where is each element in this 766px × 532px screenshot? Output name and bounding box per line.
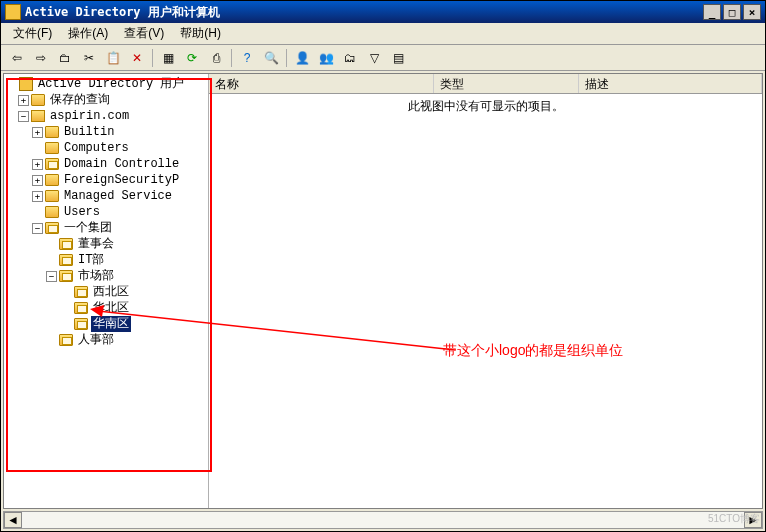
column-desc[interactable]: 描述 <box>579 74 762 93</box>
ad-root-icon <box>19 77 33 91</box>
toolbar-sep <box>286 49 287 67</box>
tree-group1[interactable]: − 一个集团 <box>6 220 206 236</box>
expander-icon[interactable]: + <box>32 127 43 138</box>
column-type[interactable]: 类型 <box>434 74 579 93</box>
expander-icon[interactable]: + <box>18 95 29 106</box>
tree-foreign-sp[interactable]: + ForeignSecurityP <box>6 172 206 188</box>
menu-view[interactable]: 查看(V) <box>116 23 172 44</box>
folder-icon <box>31 94 45 106</box>
tree-hr-dept[interactable]: 人事部 <box>6 332 206 348</box>
tree-domain-controllers[interactable]: + Domain Controlle <box>6 156 206 172</box>
expander-none <box>32 143 43 154</box>
app-icon <box>5 4 21 20</box>
list-header: 名称 类型 描述 <box>209 74 762 94</box>
expander-icon[interactable]: + <box>32 159 43 170</box>
tree-north[interactable]: 华北区 <box>6 300 206 316</box>
content-area: Active Directory 用户 + 保存的查询 − aspirin.co… <box>3 73 763 509</box>
folder-icon <box>45 206 59 218</box>
view-icon[interactable]: ▤ <box>387 47 409 69</box>
node-label: 保存的查询 <box>48 92 112 108</box>
expander-icon[interactable]: + <box>32 175 43 186</box>
toolbar: ⇦ ⇨ 🗀 ✂ 📋 ✕ ▦ ⟳ ⎙ ? 🔍 👤 👥 🗂 ▽ ▤ <box>1 45 765 71</box>
tree-computers[interactable]: Computers <box>6 140 206 156</box>
ou-icon <box>59 334 73 346</box>
tree-pane: Active Directory 用户 + 保存的查询 − aspirin.co… <box>4 74 209 508</box>
ou-icon <box>59 270 73 282</box>
tree-root[interactable]: Active Directory 用户 <box>6 76 206 92</box>
toolbar-sep <box>152 49 153 67</box>
close-button[interactable]: × <box>743 4 761 20</box>
expander-icon[interactable]: − <box>32 223 43 234</box>
scroll-track[interactable] <box>22 512 744 528</box>
expander-none <box>46 239 57 250</box>
folder-icon <box>45 126 59 138</box>
minimize-button[interactable]: _ <box>703 4 721 20</box>
tree-market-dept[interactable]: − 市场部 <box>6 268 206 284</box>
tree-users[interactable]: Users <box>6 204 206 220</box>
add-group-icon[interactable]: 👥 <box>315 47 337 69</box>
ou-icon <box>74 318 88 330</box>
find-icon[interactable]: 🔍 <box>260 47 282 69</box>
expander-icon[interactable]: − <box>46 271 57 282</box>
node-label: 董事会 <box>76 236 116 252</box>
tree-managed-svc[interactable]: + Managed Service <box>6 188 206 204</box>
help-icon[interactable]: ? <box>236 47 258 69</box>
watermark: 51CTO博客 <box>708 512 760 526</box>
list-body: 此视图中没有可显示的项目。 <box>209 94 762 508</box>
cut-icon[interactable]: ✂ <box>78 47 100 69</box>
add-user-icon[interactable]: 👤 <box>291 47 313 69</box>
node-label: aspirin.com <box>48 108 131 124</box>
copy-icon[interactable]: 📋 <box>102 47 124 69</box>
toolbar-sep <box>231 49 232 67</box>
ou-icon <box>45 158 59 170</box>
tree-nw[interactable]: 西北区 <box>6 284 206 300</box>
add-ou-icon[interactable]: 🗂 <box>339 47 361 69</box>
expander-none <box>32 207 43 218</box>
node-label: Active Directory 用户 <box>36 76 186 92</box>
tree-south[interactable]: 华南区 <box>6 316 206 332</box>
menu-help[interactable]: 帮助(H) <box>172 23 229 44</box>
empty-message: 此视图中没有可显示的项目。 <box>408 98 564 508</box>
filter-icon[interactable]: ▽ <box>363 47 385 69</box>
folder-icon <box>45 142 59 154</box>
tree-board[interactable]: 董事会 <box>6 236 206 252</box>
node-label: ForeignSecurityP <box>62 172 181 188</box>
scrollbar-horizontal[interactable]: ◄ ► <box>3 511 763 529</box>
tree-builtin[interactable]: + Builtin <box>6 124 206 140</box>
titlebar: Active Directory 用户和计算机 _ □ × <box>1 1 765 23</box>
back-icon[interactable]: ⇦ <box>6 47 28 69</box>
node-label: IT部 <box>76 252 106 268</box>
export-icon[interactable]: ⎙ <box>205 47 227 69</box>
expander-icon[interactable]: − <box>18 111 29 122</box>
properties-icon[interactable]: ▦ <box>157 47 179 69</box>
expander-none <box>6 79 17 90</box>
domain-icon <box>31 110 45 122</box>
tree-domain[interactable]: − aspirin.com <box>6 108 206 124</box>
ou-icon <box>59 254 73 266</box>
node-label: 一个集团 <box>62 220 114 236</box>
scroll-left-icon[interactable]: ◄ <box>4 512 22 528</box>
maximize-button[interactable]: □ <box>723 4 741 20</box>
delete-icon[interactable]: ✕ <box>126 47 148 69</box>
ou-icon <box>74 286 88 298</box>
menubar: 文件(F) 操作(A) 查看(V) 帮助(H) <box>1 23 765 45</box>
column-name[interactable]: 名称 <box>209 74 434 93</box>
node-label: Domain Controlle <box>62 156 181 172</box>
menu-file[interactable]: 文件(F) <box>5 23 60 44</box>
menu-action[interactable]: 操作(A) <box>60 23 116 44</box>
refresh-icon[interactable]: ⟳ <box>181 47 203 69</box>
tree-it-dept[interactable]: IT部 <box>6 252 206 268</box>
node-label: Managed Service <box>62 188 174 204</box>
expander-icon[interactable]: + <box>32 191 43 202</box>
window-title: Active Directory 用户和计算机 <box>25 4 220 21</box>
forward-icon[interactable]: ⇨ <box>30 47 52 69</box>
expander-none <box>46 335 57 346</box>
node-label: 人事部 <box>76 332 116 348</box>
node-label: Users <box>62 204 102 220</box>
ou-icon <box>45 222 59 234</box>
tree-saved-queries[interactable]: + 保存的查询 <box>6 92 206 108</box>
node-label: 华北区 <box>91 300 131 316</box>
folder-icon <box>45 174 59 186</box>
node-label: 西北区 <box>91 284 131 300</box>
up-icon[interactable]: 🗀 <box>54 47 76 69</box>
